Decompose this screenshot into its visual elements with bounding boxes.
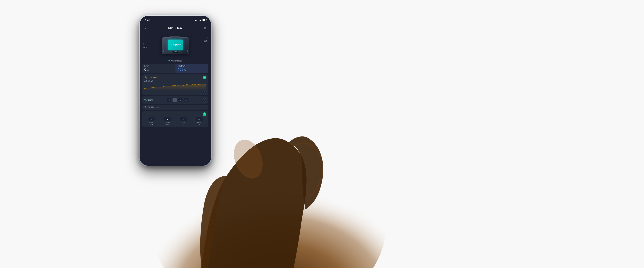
xboost-left: 🔌 X-BOOST <box>144 76 158 79</box>
usba1-icon: ⬜ <box>164 118 171 121</box>
usba1-label: USB-A <box>165 122 170 123</box>
status-bar: 9:41 ▲ <box>140 16 211 24</box>
usb-port-usbc: ⬭ USB-C 20w <box>144 118 159 126</box>
usb-power-toggle[interactable]: ⏻ <box>203 112 206 116</box>
ac-unit: W <box>151 80 153 82</box>
screen-mins: 19Min <box>174 43 181 47</box>
app-content: ‹ RIVER Max ⚙ H C 34℃ <box>140 24 211 166</box>
flashlight-icon: 🔦 <box>144 99 147 101</box>
power-chart <box>144 83 206 90</box>
ambient-light-toggle[interactable]: Ambient Light <box>140 59 211 62</box>
input-box: INPUT 0 W <box>142 64 175 73</box>
phone-device: 9:41 ▲ <box>139 15 212 166</box>
xboost-off-button[interactable]: ⏻ <box>203 90 206 94</box>
usb-port-fast: FAST FAST 0w <box>192 118 206 126</box>
signal-icon <box>195 19 198 21</box>
usbc-icon-label: ⬭ <box>151 119 152 120</box>
temp-label-f: F <box>204 37 208 39</box>
input-value: 0 <box>144 67 146 72</box>
ac-value: 435 <box>147 80 150 82</box>
usba2-label: USB-A <box>181 122 186 123</box>
usba1-icon-label: ⬜ <box>166 119 168 120</box>
output-unit: W <box>184 69 186 71</box>
usb-header: ⏻ <box>144 112 206 116</box>
xboost-power-toggle[interactable]: ⏻ <box>203 76 206 79</box>
input-label: INPUT <box>144 65 173 67</box>
right-indicators <box>187 50 188 52</box>
settings-button[interactable]: ⚙ <box>202 26 208 31</box>
dc-section: 🔌 DC 12V 0 W <box>142 105 208 110</box>
temp-label-h: H <box>143 43 148 45</box>
dc-left: 🔌 DC 12V 0 W <box>144 106 159 108</box>
ambient-dot <box>168 60 170 61</box>
usb-port-usba2: ⬛ USB-A 0w <box>176 118 190 126</box>
output-value: 458 <box>177 67 184 72</box>
usba2-value: 0w <box>182 124 184 126</box>
signal-bar-3 <box>197 19 197 21</box>
indicator-1 <box>163 50 164 51</box>
river-device-illustration: 1Hr 19Min MAX <box>162 37 189 54</box>
left-indicators <box>163 50 164 52</box>
device-handle <box>170 36 180 38</box>
back-button[interactable]: ‹ <box>143 26 148 31</box>
device-visual: H C 34℃ 1Hr 19Min <box>140 32 211 59</box>
output-box: • OUTPUT 458 W <box>175 64 208 73</box>
temp-right: F 99% <box>204 37 208 42</box>
chart-svg <box>144 83 206 90</box>
ambient-light-label: Ambient Light <box>171 60 182 62</box>
usbc-label: USB-C <box>149 122 154 123</box>
dc-label: DC 12V 0 W <box>148 106 159 108</box>
river-screen: 1Hr 19Min <box>168 39 183 50</box>
light-controls: 🔦 Light ☀ ✦ ● SOS ⏻ <box>144 98 206 102</box>
usb-port-usba1: ⬜ USB-A 0w <box>160 118 175 126</box>
input-unit: W <box>147 69 149 71</box>
dc-label-text: DC 12V <box>148 106 154 108</box>
battery-percent: 99% <box>204 40 208 42</box>
io-panel: INPUT 0 W • OUTPUT 458 W <box>142 64 208 73</box>
fast-icon-label: FAST <box>198 119 200 120</box>
temp-scale-c: C <box>143 45 148 46</box>
signal-bar-2 <box>196 20 196 21</box>
phone-frame: 9:41 ▲ <box>139 15 212 166</box>
indicator-4 <box>187 51 188 52</box>
dc-header: 🔌 DC 12V 0 W <box>144 106 206 108</box>
signal-bar-4 <box>198 19 198 21</box>
ac-label: AC <box>144 80 147 82</box>
xboost-label: X-BOOST <box>148 77 158 79</box>
temp-value-left: 34℃ <box>143 46 148 49</box>
signal-bar-1 <box>195 20 196 21</box>
output-label: • OUTPUT <box>177 65 206 67</box>
dc-value: 0 <box>156 106 156 108</box>
max-badge: MAX <box>172 51 178 53</box>
battery-icon <box>202 19 206 21</box>
indicator-3 <box>187 50 188 51</box>
light-mode-1[interactable]: ☀ <box>167 98 172 102</box>
usb-ports: ⬭ USB-C 20w ⬜ USB-A 0w <box>144 118 206 126</box>
light-mode-2[interactable]: ✦ <box>172 98 177 102</box>
status-icons: ▲ <box>195 19 206 21</box>
light-mode-sos[interactable]: SOS <box>184 98 188 102</box>
output-value-row: 458 W <box>177 67 206 72</box>
ac-value-row: AC 435 W <box>144 80 206 82</box>
usba2-icon-label: ⬛ <box>182 119 184 120</box>
usbc-value: 20w <box>150 124 153 126</box>
device-title: RIVER Max <box>168 27 182 30</box>
dc-value-display: 0 W <box>156 106 159 108</box>
fast-value: 0w <box>198 124 200 126</box>
indicator-2 <box>163 51 164 52</box>
phone-screen: 9:41 ▲ <box>140 16 211 166</box>
input-value-row: 0 W <box>144 67 173 72</box>
dc-icon: 🔌 <box>144 106 147 108</box>
app-header: ‹ RIVER Max ⚙ <box>140 24 211 32</box>
light-label: Light <box>148 99 152 101</box>
light-power-button[interactable]: ⏻ <box>203 98 206 102</box>
light-buttons: ☀ ✦ ● SOS <box>167 98 188 102</box>
xboost-section: 🔌 X-BOOST ⏻ AC 435 W <box>142 74 208 95</box>
usb-section: ⏻ ⬭ USB-C 20w <box>142 111 208 127</box>
plug-icon: 🔌 <box>144 76 147 79</box>
screen-hours: 1Hr <box>170 43 174 47</box>
xboost-header: 🔌 X-BOOST ⏻ <box>144 76 206 79</box>
temp-left: H C 34℃ <box>143 43 148 49</box>
light-mode-3[interactable]: ● <box>178 98 183 102</box>
screen-time-display: 1Hr 19Min <box>170 43 181 47</box>
